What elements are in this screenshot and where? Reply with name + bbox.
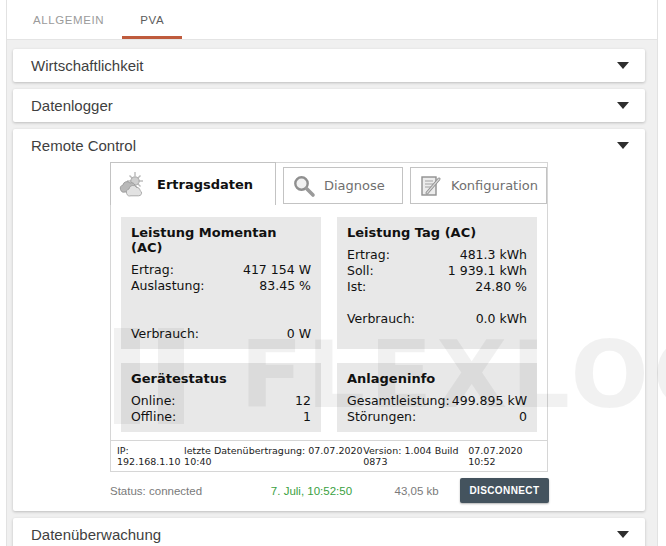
accordion-title: Datenüberwachung bbox=[31, 526, 617, 543]
accordion-remote-control: Remote Control bbox=[13, 129, 645, 511]
top-tab-bar: ALLGEMEIN PVA bbox=[7, 0, 657, 40]
accordion-list: Wirtschaftlichkeit Datenlogger Remote Co… bbox=[7, 40, 657, 546]
accordion-title: Datenlogger bbox=[31, 97, 617, 114]
box-title: Leistung Momentan (AC) bbox=[131, 225, 311, 255]
panel-tab-label: Ertragsdaten bbox=[157, 177, 253, 192]
data-row: Offline: 1 bbox=[131, 409, 311, 425]
app-window: ALLGEMEIN PVA Wirtschaftlichkeit Datenlo… bbox=[0, 0, 666, 546]
disconnect-button-wrap: DISCONNECT bbox=[460, 478, 548, 503]
content-frame: ALLGEMEIN PVA Wirtschaftlichkeit Datenlo… bbox=[6, 0, 658, 546]
accordion-datenlogger: Datenlogger bbox=[13, 89, 645, 122]
data-boxes-grid: Leistung Momentan (AC) Ertrag: 417 154 W… bbox=[111, 205, 547, 440]
tab-allgemein[interactable]: ALLGEMEIN bbox=[15, 0, 122, 39]
tab-pva[interactable]: PVA bbox=[122, 0, 182, 39]
footer-ip: IP: 192.168.1.10 bbox=[117, 445, 184, 467]
data-row: Verbrauch: 0 W bbox=[131, 326, 311, 342]
panel-tab-label: Diagnose bbox=[324, 178, 385, 193]
panel-tab-label: Konfiguration bbox=[451, 178, 538, 193]
footer-last-transfer: letzte Datenübertragung: 07.07.2020 10:4… bbox=[184, 445, 363, 467]
box-anlageninfo: Anlageninfo Gesamtleistung: 499.895 kW S… bbox=[337, 363, 537, 432]
panel-tab-konfiguration[interactable]: Konfiguration bbox=[410, 167, 547, 204]
panel-tab-bar: Ertragsdaten Diagnose bbox=[111, 163, 547, 205]
box-leistung-momentan: Leistung Momentan (AC) Ertrag: 417 154 W… bbox=[121, 217, 321, 349]
box-title: Anlageninfo bbox=[347, 371, 527, 386]
accordion-title: Wirtschaftlichkeit bbox=[31, 57, 617, 74]
box-geraetestatus: Gerätestatus Online: 12 Offline: 1 bbox=[121, 363, 321, 432]
box-title: Leistung Tag (AC) bbox=[347, 225, 527, 240]
footer-datetime: 07.07.2020 10:52 bbox=[468, 445, 541, 467]
box-title: Gerätestatus bbox=[131, 371, 311, 386]
accordion-datenueberwachung: Datenüberwachung bbox=[13, 518, 645, 546]
data-row: Online: 12 bbox=[131, 393, 311, 409]
data-row: Verbrauch: 0.0 kWh bbox=[347, 311, 527, 327]
magnifier-icon bbox=[292, 174, 316, 198]
data-row: Ertrag: 417 154 W bbox=[131, 262, 311, 278]
panel-footer: IP: 192.168.1.10 letzte Datenübertragung… bbox=[111, 440, 547, 471]
remote-control-body: Ertragsdaten Diagnose bbox=[13, 162, 645, 511]
chevron-down-icon bbox=[617, 102, 629, 109]
chevron-down-icon bbox=[617, 62, 629, 69]
transfer-size: 43,05 kb bbox=[373, 485, 461, 497]
weather-sun-clouds-icon bbox=[119, 171, 149, 197]
accordion-title: Remote Control bbox=[31, 137, 617, 154]
data-row: Ist: 24.80 % bbox=[347, 279, 527, 295]
data-row: Soll: 1 939.1 kWh bbox=[347, 263, 527, 279]
data-row: Ertrag: 481.3 kWh bbox=[347, 247, 527, 263]
status-text: Status: connected bbox=[110, 485, 250, 497]
chevron-up-icon bbox=[617, 142, 629, 149]
accordion-header-datenueberwachung[interactable]: Datenüberwachung bbox=[13, 518, 645, 546]
data-row: Gesamtleistung: 499.895 kW bbox=[347, 393, 527, 409]
remote-panel: Ertragsdaten Diagnose bbox=[110, 162, 548, 472]
data-row: Auslastung: 83.45 % bbox=[131, 278, 311, 294]
panel-tab-diagnose[interactable]: Diagnose bbox=[283, 167, 403, 204]
disconnect-button[interactable]: DISCONNECT bbox=[460, 478, 548, 503]
accordion-header-remote-control[interactable]: Remote Control bbox=[13, 129, 645, 162]
accordion-wirtschaftlichkeit: Wirtschaftlichkeit bbox=[13, 49, 645, 82]
spacer bbox=[347, 295, 527, 311]
status-time: 7. Juli, 10:52:50 bbox=[250, 485, 373, 497]
accordion-header-wirtschaftlichkeit[interactable]: Wirtschaftlichkeit bbox=[13, 49, 645, 82]
notepad-pencil-icon bbox=[419, 174, 443, 198]
data-row: Störungen: 0 bbox=[347, 409, 527, 425]
footer-version: Version: 1.004 Build 0873 bbox=[363, 445, 468, 467]
panel-tab-ertragsdaten[interactable]: Ertragsdaten bbox=[110, 162, 276, 205]
spacer bbox=[131, 294, 311, 326]
chevron-down-icon bbox=[617, 531, 629, 538]
box-leistung-tag: Leistung Tag (AC) Ertrag: 481.3 kWh Soll… bbox=[337, 217, 537, 349]
accordion-header-datenlogger[interactable]: Datenlogger bbox=[13, 89, 645, 122]
connection-status-row: Status: connected 7. Juli, 10:52:50 43,0… bbox=[110, 478, 548, 503]
